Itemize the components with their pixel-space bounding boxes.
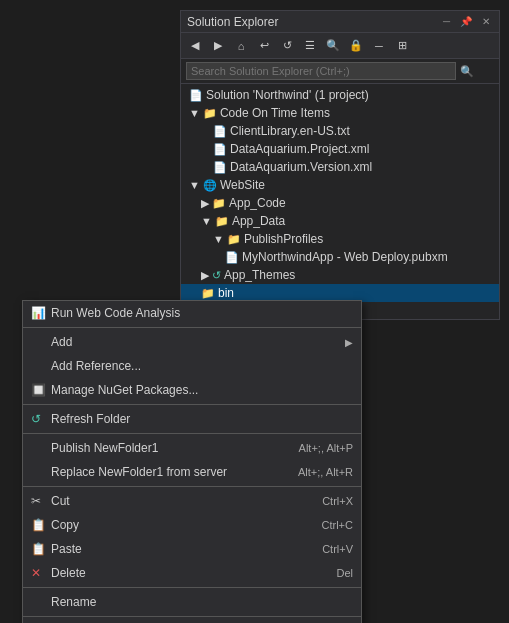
tree-label-appdata: App_Data xyxy=(232,214,285,228)
menu-label-delete: Delete xyxy=(51,566,316,580)
close-icon[interactable]: ✕ xyxy=(479,15,493,28)
tree-item-dataaquarium-proj[interactable]: 📄 DataAquarium.Project.xml xyxy=(181,140,499,158)
pin-toolbar-button[interactable]: ─ xyxy=(369,37,389,55)
expand-icon: ▼ xyxy=(201,215,212,227)
tree-item-website[interactable]: ▼ 🌐 WebSite xyxy=(181,176,499,194)
search-input[interactable] xyxy=(186,62,456,80)
menu-label-rename: Rename xyxy=(51,595,353,609)
menu-item-open-folder[interactable]: ↺ Open Folder in File Explorer xyxy=(23,619,361,623)
nuget-icon: 🔲 xyxy=(31,383,51,397)
submenu-arrow: ▶ xyxy=(345,337,353,348)
tree-item-publishprofiles[interactable]: ▼ 📁 PublishProfiles xyxy=(181,230,499,248)
menu-label-add: Add xyxy=(51,335,335,349)
context-menu: 📊 Run Web Code Analysis Add ▶ Add Refere… xyxy=(22,300,362,623)
sync-button[interactable]: ↩ xyxy=(254,37,274,55)
menu-label-cut: Cut xyxy=(51,494,302,508)
shortcut-paste: Ctrl+V xyxy=(322,543,353,555)
folder-icon: 📁 xyxy=(201,287,215,300)
solution-explorer-titlebar: Solution Explorer ─ 📌 ✕ xyxy=(181,11,499,33)
home-button[interactable]: ⌂ xyxy=(231,37,251,55)
delete-icon: ✕ xyxy=(31,566,51,580)
expand-icon: ▼ xyxy=(189,107,200,119)
pin-icon[interactable]: 📌 xyxy=(457,15,475,28)
tree-label-solution: Solution 'Northwind' (1 project) xyxy=(206,88,369,102)
file-icon: 📄 xyxy=(225,251,239,264)
lock-button[interactable]: 🔒 xyxy=(346,37,366,55)
menu-item-replace-new[interactable]: Replace NewFolder1 from server Alt+;, Al… xyxy=(23,460,361,484)
menu-item-manage-nuget[interactable]: 🔲 Manage NuGet Packages... xyxy=(23,378,361,402)
tree-item-appcode[interactable]: ▶ 📁 App_Code xyxy=(181,194,499,212)
folder-icon: 📁 xyxy=(215,215,229,228)
forward-button[interactable]: ▶ xyxy=(208,37,228,55)
menu-item-paste[interactable]: 📋 Paste Ctrl+V xyxy=(23,537,361,561)
tree-label-appcode: App_Code xyxy=(229,196,286,210)
back-button[interactable]: ◀ xyxy=(185,37,205,55)
tree-label-dataaquarium-proj: DataAquarium.Project.xml xyxy=(230,142,369,156)
tree-item-codeontime[interactable]: ▼ 📁 Code On Time Items xyxy=(181,104,499,122)
show-all-button[interactable]: ☰ xyxy=(300,37,320,55)
menu-item-publish-new[interactable]: Publish NewFolder1 Alt+;, Alt+P xyxy=(23,436,361,460)
collapse-icon: ▶ xyxy=(201,269,209,282)
tree-item-appthemes[interactable]: ▶ ↺ App_Themes xyxy=(181,266,499,284)
tree-item-clientlib[interactable]: 📄 ClientLibrary.en-US.txt xyxy=(181,122,499,140)
menu-label-copy: Copy xyxy=(51,518,302,532)
tree-label-website: WebSite xyxy=(220,178,265,192)
tree-label-clientlib: ClientLibrary.en-US.txt xyxy=(230,124,350,138)
menu-item-rename[interactable]: Rename xyxy=(23,590,361,614)
file-icon: 📄 xyxy=(213,125,227,138)
cut-icon: ✂ xyxy=(31,494,51,508)
menu-label-replace-new: Replace NewFolder1 from server xyxy=(51,465,278,479)
separator-5 xyxy=(23,587,361,588)
menu-item-delete[interactable]: ✕ Delete Del xyxy=(23,561,361,585)
solution-icon: 📄 xyxy=(189,89,203,102)
titlebar-icons: ─ 📌 ✕ xyxy=(440,15,493,28)
separator-1 xyxy=(23,327,361,328)
menu-label-add-reference: Add Reference... xyxy=(51,359,353,373)
grid-button[interactable]: ⊞ xyxy=(392,37,412,55)
copy-icon: 📋 xyxy=(31,518,51,532)
separator-4 xyxy=(23,486,361,487)
folder-icon: 📁 xyxy=(212,197,226,210)
tree-item-myna[interactable]: 📄 MyNorthwindApp - Web Deploy.pubxm xyxy=(181,248,499,266)
refresh-button[interactable]: ↺ xyxy=(277,37,297,55)
tree-label-myna: MyNorthwindApp - Web Deploy.pubxm xyxy=(242,250,448,264)
shortcut-delete: Del xyxy=(336,567,353,579)
tree-label-dataaquarium-ver: DataAquarium.Version.xml xyxy=(230,160,372,174)
solution-explorer-panel: Solution Explorer ─ 📌 ✕ ◀ ▶ ⌂ ↩ ↺ ☰ 🔍 🔒 … xyxy=(180,10,500,320)
expand-icon: ▼ xyxy=(213,233,224,245)
tree-item-dataaquarium-ver[interactable]: 📄 DataAquarium.Version.xml xyxy=(181,158,499,176)
paste-icon: 📋 xyxy=(31,542,51,556)
separator-2 xyxy=(23,404,361,405)
menu-item-refresh[interactable]: ↺ Refresh Folder xyxy=(23,407,361,431)
menu-label-refresh: Refresh Folder xyxy=(51,412,353,426)
folder-icon: 📁 xyxy=(227,233,241,246)
filter-button[interactable]: 🔍 xyxy=(323,37,343,55)
menu-label-run-web-code: Run Web Code Analysis xyxy=(51,306,353,320)
collapse-icon: ▶ xyxy=(201,197,209,210)
menu-item-add[interactable]: Add ▶ xyxy=(23,330,361,354)
refresh-icon: ↺ xyxy=(31,412,51,426)
menu-item-run-web-code[interactable]: 📊 Run Web Code Analysis xyxy=(23,301,361,325)
shortcut-publish-new: Alt+;, Alt+P xyxy=(299,442,353,454)
menu-item-copy[interactable]: 📋 Copy Ctrl+C xyxy=(23,513,361,537)
tree-label-codeontime: Code On Time Items xyxy=(220,106,330,120)
solution-explorer-toolbar: ◀ ▶ ⌂ ↩ ↺ ☰ 🔍 🔒 ─ ⊞ xyxy=(181,33,499,59)
file-icon: 📄 xyxy=(213,161,227,174)
tree-item-appdata[interactable]: ▼ 📁 App_Data xyxy=(181,212,499,230)
auto-hide-icon[interactable]: ─ xyxy=(440,15,453,28)
search-bar: 🔍 xyxy=(181,59,499,84)
menu-item-cut[interactable]: ✂ Cut Ctrl+X xyxy=(23,489,361,513)
shortcut-replace-new: Alt+;, Alt+R xyxy=(298,466,353,478)
refresh-icon: ↺ xyxy=(212,269,221,282)
expand-icon: ▼ xyxy=(189,179,200,191)
solution-explorer-title: Solution Explorer xyxy=(187,15,278,29)
menu-item-add-reference[interactable]: Add Reference... xyxy=(23,354,361,378)
separator-6 xyxy=(23,616,361,617)
tree-label-publishprofiles: PublishProfiles xyxy=(244,232,323,246)
tree-item-solution[interactable]: 📄 Solution 'Northwind' (1 project) xyxy=(181,86,499,104)
separator-3 xyxy=(23,433,361,434)
folder-icon: 📁 xyxy=(203,107,217,120)
solution-tree: 📄 Solution 'Northwind' (1 project) ▼ 📁 C… xyxy=(181,84,499,304)
globe-icon: 🌐 xyxy=(203,179,217,192)
menu-label-publish-new: Publish NewFolder1 xyxy=(51,441,279,455)
